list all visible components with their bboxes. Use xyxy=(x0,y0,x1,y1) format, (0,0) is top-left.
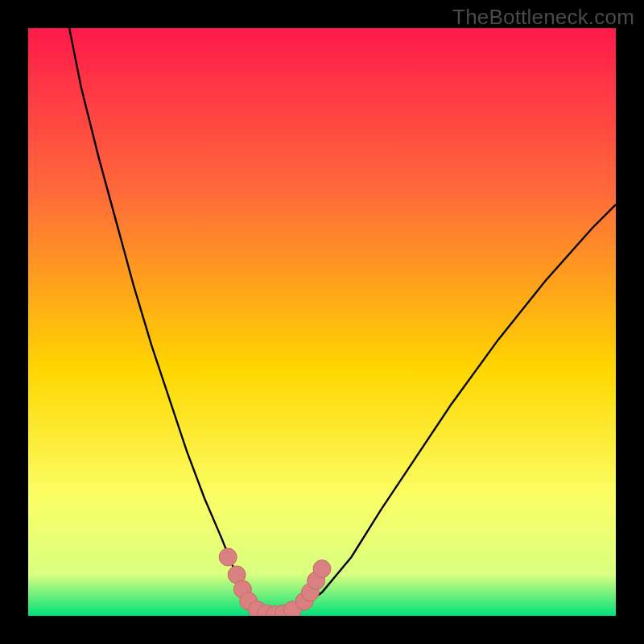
gradient-background xyxy=(28,28,616,616)
watermark-text: TheBottleneck.com xyxy=(452,5,634,30)
plot-area xyxy=(28,28,616,616)
chart-frame: TheBottleneck.com xyxy=(0,0,644,644)
data-marker xyxy=(313,560,331,578)
data-marker xyxy=(219,548,237,566)
chart-svg xyxy=(28,28,616,616)
